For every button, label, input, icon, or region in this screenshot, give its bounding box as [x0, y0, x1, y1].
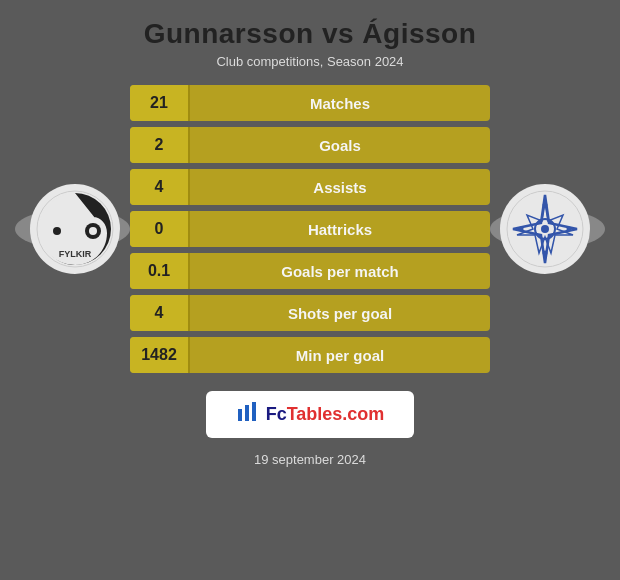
match-subtitle: Club competitions, Season 2024: [20, 54, 600, 69]
stat-row-min-per-goal: 1482 Min per goal: [130, 337, 490, 373]
svg-rect-17: [252, 402, 256, 421]
stat-row-goals: 2 Goals: [130, 127, 490, 163]
svg-rect-16: [245, 405, 249, 421]
stat-value-min-per-goal: 1482: [130, 337, 190, 373]
svg-text:FYLKIR: FYLKIR: [59, 249, 92, 259]
stat-value-goals: 2: [130, 127, 190, 163]
match-title: Gunnarsson vs Ágisson: [20, 18, 600, 50]
stat-label-goals-per-match: Goals per match: [190, 263, 490, 280]
svg-point-4: [89, 227, 97, 235]
svg-point-10: [541, 225, 549, 233]
fctables-text: FcTables.com: [266, 404, 385, 425]
fctables-banner[interactable]: FcTables.com: [206, 391, 415, 438]
stat-value-assists: 4: [130, 169, 190, 205]
stat-label-assists: Assists: [190, 179, 490, 196]
stat-label-matches: Matches: [190, 95, 490, 112]
stats-column: 21 Matches 2 Goals 4 Assists 0 Hattricks…: [130, 85, 490, 373]
stat-label-min-per-goal: Min per goal: [190, 347, 490, 364]
stat-row-shots-per-goal: 4 Shots per goal: [130, 295, 490, 331]
stat-value-goals-per-match: 0.1: [130, 253, 190, 289]
svg-point-11: [543, 203, 548, 208]
svg-rect-15: [238, 409, 242, 421]
club-logo-left-container: FYLKIR: [20, 184, 130, 274]
club-logo-right-container: [490, 184, 600, 274]
stat-label-hattricks: Hattricks: [190, 221, 490, 238]
stat-label-shots-per-goal: Shots per goal: [190, 305, 490, 322]
svg-point-14: [567, 227, 572, 232]
stat-row-goals-per-match: 0.1 Goals per match: [130, 253, 490, 289]
club-logo-left: FYLKIR: [30, 184, 120, 274]
svg-point-13: [519, 227, 524, 232]
footer-date: 19 september 2024: [254, 452, 366, 467]
stat-label-goals: Goals: [190, 137, 490, 154]
stat-row-matches: 21 Matches: [130, 85, 490, 121]
stat-value-shots-per-goal: 4: [130, 295, 190, 331]
stat-row-assists: 4 Assists: [130, 169, 490, 205]
fctables-icon: [236, 401, 258, 428]
stat-value-hattricks: 0: [130, 211, 190, 247]
stat-value-matches: 21: [130, 85, 190, 121]
svg-point-3: [53, 227, 61, 235]
svg-point-12: [543, 251, 548, 256]
stat-row-hattricks: 0 Hattricks: [130, 211, 490, 247]
club-logo-right: [500, 184, 590, 274]
